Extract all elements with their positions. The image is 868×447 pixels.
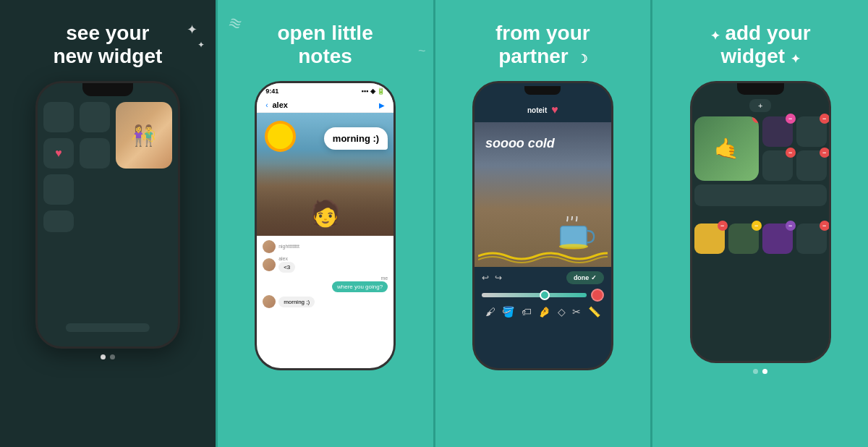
- phone-mockup-1: 👫 ♡ ♥: [35, 81, 180, 349]
- sparkle-icon-2: ✦: [197, 40, 205, 50]
- app-slot: [43, 174, 74, 205]
- remove-purple-slot[interactable]: −: [786, 221, 796, 231]
- heart-app-slot: ♥: [43, 138, 74, 169]
- noteit-header: noteit ♥: [475, 98, 611, 122]
- app-slot-wide: [43, 210, 74, 232]
- slider-thumb: [540, 290, 550, 300]
- panel-1-title: see your new widget: [53, 22, 162, 68]
- undo-icon[interactable]: ↩: [482, 273, 489, 283]
- msg-bubble: <3: [278, 262, 295, 273]
- morning-text: morning :): [333, 133, 379, 144]
- person-photo: 🧑: [310, 199, 341, 229]
- panel-add-widget: ✦ add your widget ✦ + 🤙 −: [650, 0, 868, 447]
- brush-tool-icon[interactable]: 🖌: [485, 306, 495, 318]
- drawing-controls: ↩ ↪ done ✓ 🖌 🪣 🏷 🤌 ◇ ✂ 📏: [475, 267, 611, 322]
- chat-photo-area: morning :) 🧑: [257, 113, 393, 236]
- drawing-canvas: soooo cold: [475, 122, 611, 267]
- paint-tool-icon[interactable]: 🪣: [502, 306, 514, 318]
- status-time: 9:41: [265, 88, 278, 95]
- widget-slot-3: −: [796, 116, 827, 147]
- notch-4: [737, 83, 784, 95]
- undo-redo-buttons: ↩ ↪: [482, 273, 502, 283]
- message-row: alex <3: [263, 256, 388, 273]
- crescent-icon: ☽: [577, 53, 587, 65]
- dot-active: [101, 354, 106, 359]
- widget-slot-4: −: [762, 150, 793, 181]
- panel-4-line1: add your: [725, 22, 810, 44]
- panel-3-title: from your partner ☽: [495, 22, 590, 68]
- add-button-row: +: [697, 99, 825, 112]
- chat-header: ‹ alex ▶: [257, 98, 393, 113]
- remove-slot-button[interactable]: −: [786, 114, 796, 124]
- remove-slot-button-2[interactable]: −: [820, 114, 830, 124]
- remove-slot-button-3[interactable]: −: [786, 148, 796, 158]
- done-button[interactable]: done ✓: [566, 271, 604, 284]
- green-widget-slot: −: [728, 224, 759, 254]
- doodle-swirl: ~: [418, 43, 426, 59]
- msg-avatar: [263, 258, 276, 271]
- sparkle-left: ✦: [710, 30, 720, 42]
- play-icon[interactable]: ▶: [379, 101, 385, 109]
- spacer: [694, 210, 827, 220]
- big-widget-slot: 🤙 −: [694, 116, 759, 181]
- color-picker-red[interactable]: [591, 289, 604, 302]
- ruler-tool-icon[interactable]: 📏: [588, 306, 600, 318]
- remove-empty-slot[interactable]: −: [820, 221, 830, 231]
- remove-yellow-slot[interactable]: −: [718, 221, 728, 231]
- lasso-tool-icon[interactable]: 🤌: [538, 306, 550, 318]
- remove-slot-button-4[interactable]: −: [820, 148, 830, 158]
- phone-mockup-4: + 🤙 − − − −: [690, 81, 831, 363]
- msg-bubble-me: where you going?: [332, 281, 388, 292]
- chat-messages: nightttttttt alex <3 me where you going?…: [257, 236, 393, 312]
- color-slider-row: [482, 289, 604, 302]
- app-slot: [80, 138, 110, 169]
- app-slot: [80, 102, 110, 132]
- add-widget-button[interactable]: +: [749, 99, 771, 112]
- widget-slot-2: −: [762, 116, 793, 147]
- msg-avatar: [263, 240, 276, 253]
- panel-2-line2: notes: [298, 45, 352, 67]
- panel-2-title: open little notes: [278, 22, 373, 68]
- msg-label: nightttttttt: [278, 244, 299, 249]
- panel-1-line1: see your: [66, 22, 149, 44]
- panel-from-partner: from your partner ☽ noteit ♥ soooo cold: [433, 0, 651, 447]
- doodle-lines: ≋: [226, 13, 244, 35]
- chat-name: alex: [272, 101, 287, 109]
- msg-sender-label-me: me: [332, 276, 388, 281]
- phone-mockup-3: noteit ♥ soooo cold: [472, 81, 613, 370]
- panel-3-line2: partner: [498, 45, 568, 67]
- scissor-tool-icon[interactable]: ✂: [572, 306, 581, 318]
- page-dots: [101, 354, 115, 359]
- phone-mockup-2: 9:41 ▪▪▪ ◈ 🔋 ‹ alex ▶ morning :) 🧑 night…: [255, 81, 396, 370]
- panel-2-line1: open little: [278, 22, 373, 44]
- noteit-heart-icon: ♥: [551, 103, 558, 116]
- empty-widget-slot: −: [796, 224, 827, 254]
- msg-avatar: [263, 295, 276, 308]
- widget-slot: 👫 ♡: [116, 102, 172, 169]
- widget-grid: 🤙 − − − − −: [697, 116, 825, 254]
- phone-3-top: [475, 83, 611, 98]
- sun-doodle: [268, 124, 293, 149]
- panel-3-line1: from your: [495, 22, 590, 44]
- remove-green-slot[interactable]: −: [752, 221, 762, 231]
- back-icon[interactable]: ‹: [265, 101, 268, 109]
- phone-screen-1: 👫 ♡ ♥: [38, 96, 178, 238]
- app-slot: [43, 102, 74, 132]
- widget-slot-5: −: [796, 150, 827, 181]
- panel-1-line2: new widget: [53, 45, 162, 67]
- morning-bubble: morning :): [324, 127, 388, 150]
- home-indicator: [66, 323, 150, 332]
- redo-icon[interactable]: ↪: [495, 273, 502, 283]
- dot: [753, 369, 758, 374]
- eraser-tool-icon[interactable]: ◇: [558, 306, 566, 318]
- text-tool-icon[interactable]: 🏷: [522, 306, 532, 318]
- message-row: morning ;): [263, 295, 388, 308]
- mug-drawing: [557, 216, 597, 252]
- brush-size-slider[interactable]: [482, 293, 587, 297]
- notch-3: [524, 86, 561, 95]
- msg-bubble: morning ;): [278, 297, 315, 307]
- done-row: ↩ ↪ done ✓: [482, 271, 604, 284]
- msg-sender-label: alex: [278, 256, 295, 261]
- dot: [110, 354, 115, 359]
- status-bar-2: 9:41 ▪▪▪ ◈ 🔋: [257, 83, 393, 98]
